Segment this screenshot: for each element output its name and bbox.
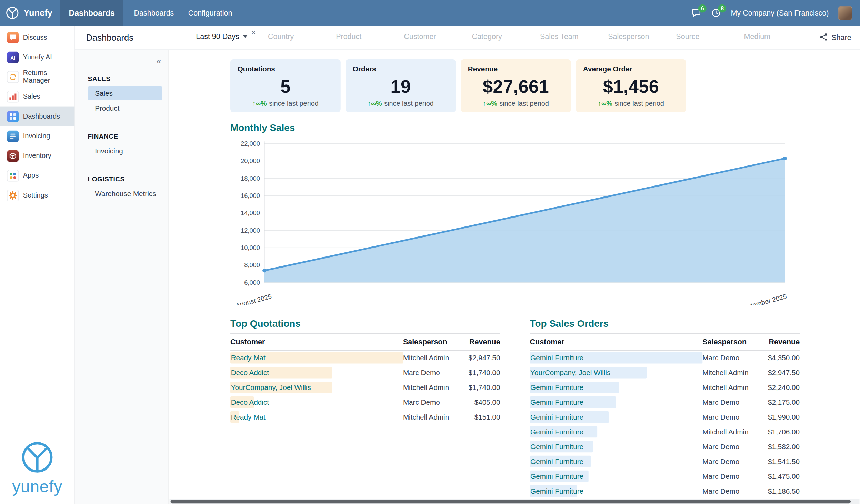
discuss-icon xyxy=(7,31,19,43)
dashboard-content: Quotations5↑∞%since last periodOrders19↑… xyxy=(169,50,860,504)
customer-link[interactable]: Gemini Furniture xyxy=(530,383,584,391)
sidebar-item-settings[interactable]: Settings xyxy=(0,185,74,205)
filter-source[interactable]: Source xyxy=(675,31,734,44)
sidebar-item-invoicing[interactable]: Invoicing xyxy=(0,126,74,146)
customer-link[interactable]: Gemini Furniture xyxy=(530,487,584,495)
chart-title: Monthly Sales xyxy=(230,122,800,138)
column-header-customer: Customer xyxy=(530,335,703,350)
filter-customer[interactable]: Customer xyxy=(403,31,462,44)
customer-cell: Gemini Furniture xyxy=(530,350,703,365)
sidebar-item-discuss[interactable]: Discuss xyxy=(0,28,74,47)
salesperson-cell: Marc Demo xyxy=(403,394,460,409)
filter-salesperson[interactable]: Salesperson xyxy=(607,31,666,44)
customer-link[interactable]: Ready Mat xyxy=(230,354,266,362)
topbar-menu-dashboards[interactable]: Dashboards xyxy=(127,0,181,26)
filter-bar: CountryProductCustomerCategorySales Team… xyxy=(267,31,802,44)
customer-link[interactable]: Gemini Furniture xyxy=(530,442,584,451)
nav-item-product[interactable]: Product xyxy=(88,101,162,115)
customer-cell: Gemini Furniture xyxy=(530,394,703,409)
table-title: Top Quotations xyxy=(230,318,500,334)
kpi-card-quotations: Quotations5↑∞%since last period xyxy=(230,59,341,112)
tables-row: Top QuotationsCustomerSalespersonRevenue… xyxy=(230,318,800,498)
customer-link[interactable]: Gemini Furniture xyxy=(530,398,584,406)
nav-item-invoicing[interactable]: Invoicing xyxy=(88,144,162,158)
filter-medium[interactable]: Medium xyxy=(743,31,802,44)
nav-item-warehouse-metrics[interactable]: Warehouse Metrics xyxy=(88,187,162,201)
kpi-card-revenue: Revenue$27,661↑∞%since last period xyxy=(461,59,571,112)
sidebar-item-returns-manager[interactable]: Returns Manager xyxy=(0,67,74,87)
table-row: Gemini FurnitureMarc Demo$1,475.00 xyxy=(530,468,800,483)
search-facet[interactable]: Last 90 Days ✕ xyxy=(195,31,257,44)
sidebar-item-label: Invoicing xyxy=(23,132,50,140)
scrollbar-thumb[interactable] xyxy=(171,500,851,503)
filter-country[interactable]: Country xyxy=(267,31,326,44)
customer-link[interactable]: Ready Mat xyxy=(230,413,266,421)
svg-text:AI: AI xyxy=(10,55,15,60)
horizontal-scrollbar[interactable] xyxy=(169,499,859,504)
messages-icon[interactable]: 6 xyxy=(691,8,702,18)
active-app-menu[interactable]: Dashboards xyxy=(60,0,123,26)
customer-link[interactable]: Gemini Furniture xyxy=(530,427,584,436)
sidebar-item-yunefy-ai[interactable]: AIYunefy AI xyxy=(0,47,74,67)
customer-link[interactable]: YourCompany, Joel Willis xyxy=(530,368,611,376)
remove-facet-icon[interactable]: ✕ xyxy=(251,29,256,35)
activities-badge: 8 xyxy=(718,4,727,13)
salesperson-cell: Mitchell Admin xyxy=(702,365,759,380)
trend-note: since last period xyxy=(269,100,319,107)
sidebar-item-label: Apps xyxy=(23,172,39,179)
filter-sales-team[interactable]: Sales Team xyxy=(539,31,598,44)
kpi-title: Average Order xyxy=(583,65,679,73)
salesperson-cell: Mitchell Admin xyxy=(403,350,460,365)
kpi-trend: ↑∞%since last period xyxy=(238,100,333,107)
collapse-panel-icon[interactable]: « xyxy=(156,57,161,67)
company-switcher[interactable]: My Company (San Francisco) xyxy=(731,9,829,17)
kpi-value: 19 xyxy=(353,73,449,100)
customer-link[interactable]: Gemini Furniture xyxy=(530,354,584,362)
topbar-menu-configuration[interactable]: Configuration xyxy=(181,0,239,26)
sidebar-item-inventory[interactable]: Inventory xyxy=(0,146,74,165)
app-window: Yunefy Dashboards DashboardsConfiguratio… xyxy=(0,0,860,504)
customer-link[interactable]: Gemini Furniture xyxy=(530,472,584,480)
sidebar-item-apps[interactable]: Apps xyxy=(0,165,74,185)
salesperson-cell: Marc Demo xyxy=(702,454,759,468)
sidebar-item-sales[interactable]: Sales xyxy=(0,87,74,106)
revenue-cell: $1,740.00 xyxy=(460,365,500,380)
salesperson-cell: Marc Demo xyxy=(702,350,759,365)
activities-icon[interactable]: 8 xyxy=(711,8,721,18)
svg-text:20,000: 20,000 xyxy=(241,157,260,164)
sidebar-item-dashboards[interactable]: Dashboards xyxy=(0,107,74,126)
kpi-title: Quotations xyxy=(238,65,333,73)
topbar-right: 6 8 My Company (San Francisco) xyxy=(691,6,852,20)
kpi-trend: ↑∞%since last period xyxy=(583,100,679,107)
nav-section-logistics: LOGISTICSWarehouse Metrics xyxy=(88,175,162,201)
salesperson-cell: Mitchell Admin xyxy=(702,424,759,439)
trend-note: since last period xyxy=(499,100,549,107)
chart-area: 6,0008,00010,00012,00014,00016,00018,000… xyxy=(230,139,800,305)
sidebar-logo: yunefy xyxy=(0,440,74,496)
nav-item-sales[interactable]: Sales xyxy=(88,86,162,100)
table-top-quotations: Top QuotationsCustomerSalespersonRevenue… xyxy=(230,318,500,498)
filter-category[interactable]: Category xyxy=(471,31,530,44)
customer-link[interactable]: Gemini Furniture xyxy=(530,457,584,465)
yunefy-ai-icon: AI xyxy=(7,51,19,63)
customer-link[interactable]: YourCompany, Joel Willis xyxy=(230,383,311,391)
filter-product[interactable]: Product xyxy=(335,31,394,44)
sidebar-item-label: Inventory xyxy=(23,152,51,160)
user-avatar[interactable] xyxy=(838,6,852,20)
revenue-cell: $1,582.00 xyxy=(759,439,800,454)
sidebar-item-label: Sales xyxy=(23,93,40,100)
customer-cell: Deco Addict xyxy=(230,394,403,409)
customer-link[interactable]: Deco Addict xyxy=(230,368,269,376)
breadcrumb[interactable]: Dashboards xyxy=(86,33,133,43)
salesperson-cell: Mitchell Admin xyxy=(403,409,460,424)
chevron-down-icon[interactable] xyxy=(243,35,248,38)
kpi-title: Revenue xyxy=(468,65,564,73)
customer-link[interactable]: Deco Addict xyxy=(230,398,269,406)
column-header-revenue: Revenue xyxy=(460,335,500,350)
returns-manager-icon xyxy=(7,71,19,82)
share-button[interactable]: Share xyxy=(819,33,851,43)
customer-link[interactable]: Gemini Furniture xyxy=(530,413,584,421)
revenue-cell: $1,706.00 xyxy=(759,424,800,439)
svg-text:16,000: 16,000 xyxy=(241,192,260,199)
kpi-trend: ↑∞%since last period xyxy=(353,100,449,107)
